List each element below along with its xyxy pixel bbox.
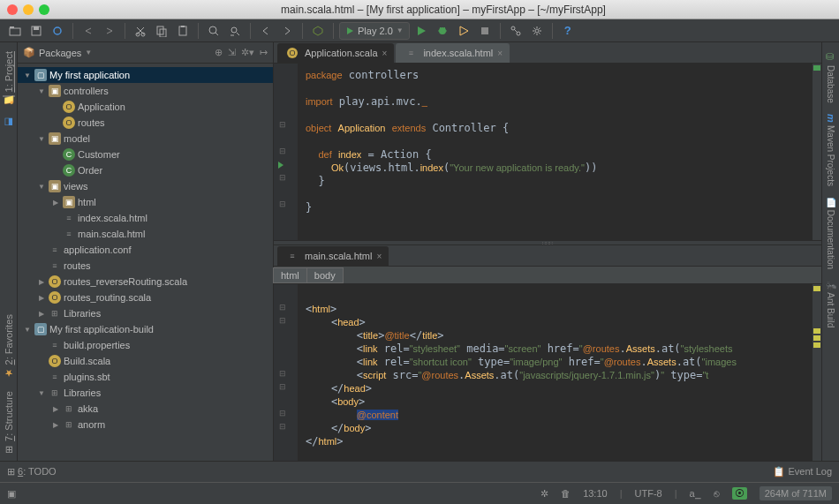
svg-rect-9	[181, 26, 185, 27]
tree-node[interactable]: ≡index.scala.html	[18, 210, 273, 226]
tree-node[interactable]: ≡build.properties	[18, 337, 273, 353]
project-sidebar: 📦 Packages ▼ ⊕ ⇲ ✲▾ ↦ ▼▢My first applica…	[18, 42, 274, 461]
close-tab-icon[interactable]: ×	[382, 49, 388, 58]
window-minimize-button[interactable]	[23, 4, 34, 15]
bg-tasks-icon[interactable]: ✲	[540, 488, 548, 500]
svg-point-11	[231, 27, 237, 33]
editor-bottom[interactable]: ⊟ ⊟ ⊟ ⊟ ⊟ ⊟ <html> <head> <title>@title<…	[274, 284, 821, 461]
tree-node[interactable]: ≡routes	[18, 258, 273, 274]
build-button[interactable]	[308, 21, 328, 41]
editor-tab[interactable]: ≡main.scala.html×	[277, 246, 389, 266]
tree-node[interactable]: ≡application.conf	[18, 242, 273, 258]
packages-icon: 📦	[23, 47, 35, 58]
svg-rect-13	[481, 27, 488, 34]
close-tab-icon[interactable]: ×	[497, 49, 503, 58]
window-zoom-button[interactable]	[39, 4, 49, 15]
editor-top[interactable]: ⊟ ⊟ ⊟ ⊟ package controllers import play.…	[274, 64, 821, 240]
error-stripe	[813, 284, 821, 461]
find-button[interactable]	[204, 21, 223, 41]
svg-rect-8	[179, 26, 186, 35]
event-log-button[interactable]: 📋 Event Log	[773, 466, 832, 478]
debug-button[interactable]	[433, 21, 452, 41]
encoding[interactable]: UTF-8	[635, 488, 662, 499]
copy-button[interactable]	[152, 21, 171, 41]
tree-node[interactable]: ▼▣model	[18, 131, 273, 147]
left-tool-rail: 📁1: Project ◧ ★2: Favorites ⊞7: Structur…	[0, 42, 18, 461]
rail-ant[interactable]: 🐜 Ant Build	[824, 275, 837, 333]
tree-node[interactable]: ▶▣html	[18, 194, 273, 210]
forward-button[interactable]	[277, 21, 297, 41]
git-icon[interactable]: ⎋	[714, 488, 720, 499]
sidebar-settings-icon[interactable]: ✲▾	[241, 47, 254, 58]
svg-point-10	[209, 26, 216, 34]
tree-node[interactable]: ≡main.scala.html	[18, 226, 273, 242]
tree-node[interactable]: ▶Oroutes_reverseRouting.scala	[18, 274, 273, 290]
tree-node[interactable]: Oroutes	[18, 115, 273, 131]
tree-node[interactable]: ▶⊞Libraries	[18, 305, 273, 321]
tree-node[interactable]: ▶⊞akka	[18, 401, 273, 417]
tree-node[interactable]: ▶⊞anorm	[18, 417, 273, 433]
tree-node[interactable]: ▼▣views	[18, 178, 273, 194]
tree-node[interactable]: ▶Oroutes_routing.scala	[18, 290, 273, 305]
crumb-html[interactable]: html	[273, 267, 307, 283]
coverage-button[interactable]	[454, 21, 473, 41]
tree-node[interactable]: CCustomer	[18, 147, 273, 162]
todo-button[interactable]: ⊞ 6: TODO	[7, 466, 57, 478]
memory-indicator[interactable]: 264M of 711M	[760, 486, 832, 500]
tree-node[interactable]: ≡plugins.sbt	[18, 369, 273, 385]
sync-button[interactable]	[48, 21, 67, 41]
inspection-icon[interactable]: ⦿	[732, 487, 747, 500]
tool-windows-toggle[interactable]: ▣	[7, 488, 16, 500]
save-all-button[interactable]	[26, 21, 46, 41]
replace-button[interactable]	[225, 21, 245, 41]
editor-tab[interactable]: ≡index.scala.html×	[396, 43, 510, 63]
main-area: 📁1: Project ◧ ★2: Favorites ⊞7: Structur…	[0, 42, 839, 461]
rail-jetgradle[interactable]: ◧	[3, 113, 15, 132]
help-button[interactable]: ?	[558, 21, 578, 41]
redo-button[interactable]	[100, 21, 119, 41]
insert-mode-icon[interactable]: a⎯	[690, 488, 701, 499]
tree-node[interactable]: ▼▢My first application-build	[18, 321, 273, 337]
open-button[interactable]	[5, 21, 25, 41]
back-button[interactable]	[256, 21, 276, 41]
error-stripe	[813, 64, 821, 240]
undo-button[interactable]	[79, 21, 98, 41]
rail-favorites[interactable]: ★2: Favorites	[2, 309, 16, 384]
tree-node[interactable]: OApplication	[18, 99, 273, 115]
sidebar-scroll-target-icon[interactable]: ⊕	[215, 47, 223, 58]
close-tab-icon[interactable]: ×	[376, 252, 382, 261]
breadcrumbs: html body	[274, 267, 821, 284]
status-bar: ▣ ✲ 🗑 13:10 | UTF-8 | a⎯ ⎋ ⦿ 264M of 711…	[0, 482, 839, 504]
stop-button[interactable]	[475, 21, 495, 41]
trash-icon[interactable]: 🗑	[561, 488, 571, 499]
code-area-bottom[interactable]: <html> <head> <title>@title</title> <lin…	[299, 284, 811, 461]
vcs-button[interactable]	[506, 21, 525, 41]
sidebar-collapse-icon[interactable]: ⇲	[228, 47, 236, 58]
sidebar-hide-icon[interactable]: ↦	[260, 47, 268, 58]
tree-node[interactable]: ▼⊞Libraries	[18, 385, 273, 401]
sidebar-title: Packages	[39, 48, 81, 58]
cut-button[interactable]	[131, 21, 150, 41]
rail-documentation[interactable]: 📄 Documentation	[824, 192, 837, 275]
rail-project[interactable]: 📁1: Project	[1, 46, 17, 111]
rail-maven[interactable]: m Maven Projects	[824, 109, 838, 192]
run-line-marker-icon[interactable]	[277, 162, 284, 169]
tree-node[interactable]: ▼▢My first application	[18, 67, 273, 83]
settings-button[interactable]	[527, 21, 547, 41]
svg-point-12	[439, 27, 446, 34]
project-tree[interactable]: ▼▢My first application▼▣controllersOAppl…	[18, 64, 273, 461]
window-close-button[interactable]	[7, 4, 18, 15]
caret-position[interactable]: 13:10	[583, 488, 608, 499]
run-config-label: Play 2.0	[358, 26, 393, 36]
run-button[interactable]	[412, 21, 431, 41]
editor-tab[interactable]: OApplication.scala×	[277, 43, 394, 63]
paste-button[interactable]	[173, 21, 193, 41]
run-config-selector[interactable]: Play 2.0 ▼	[339, 22, 410, 40]
rail-database[interactable]: ⛁ Database	[823, 46, 838, 109]
tree-node[interactable]: COrder	[18, 162, 273, 178]
code-area-top[interactable]: package controllers import play.api.mvc.…	[299, 64, 811, 240]
rail-structure[interactable]: ⊞7: Structure	[2, 386, 16, 461]
tree-node[interactable]: OBuild.scala	[18, 353, 273, 369]
tree-node[interactable]: ▼▣controllers	[18, 83, 273, 99]
crumb-body[interactable]: body	[306, 267, 344, 283]
